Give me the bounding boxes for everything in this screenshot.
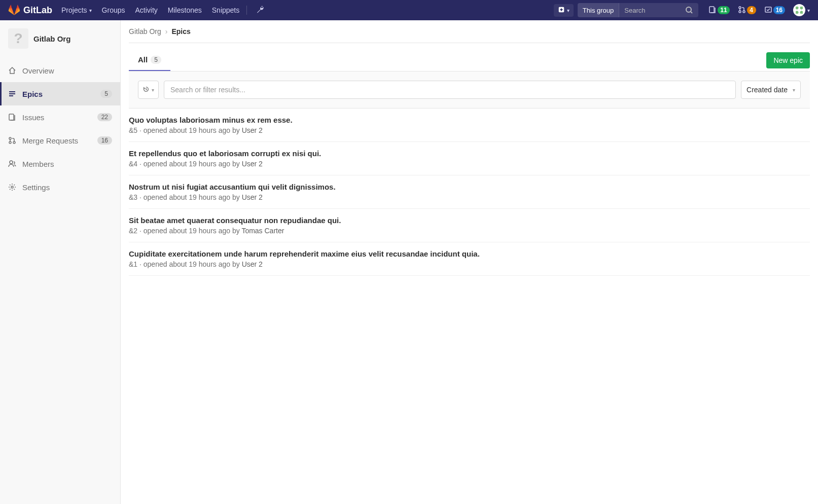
epic-meta: &3 · opened about 19 hours ago by User 2 <box>129 193 810 201</box>
breadcrumb-group[interactable]: Gitlab Org <box>129 27 161 35</box>
epic-opened-text: · opened about 19 hours ago by <box>137 193 242 201</box>
epic-title[interactable]: Cupiditate exercitationem unde harum rep… <box>129 249 810 258</box>
epic-icon <box>8 90 16 98</box>
filter-search-input[interactable] <box>164 81 736 99</box>
nav-search-input[interactable] <box>619 7 680 14</box>
epic-ref: &1 <box>129 260 137 268</box>
sidebar-badge: 22 <box>97 113 112 121</box>
nav-snippets[interactable]: Snippets <box>207 0 244 20</box>
gitlab-logo-link[interactable]: GitLab <box>8 4 52 17</box>
sidebar-item-label: Overview <box>22 66 112 75</box>
filter-history-button[interactable]: ▾ <box>138 81 159 99</box>
sidebar-item-issues[interactable]: Issues 22 <box>0 105 120 129</box>
nav-todos-link[interactable]: 16 <box>764 6 785 15</box>
home-icon <box>8 66 16 75</box>
nav-issues-link[interactable]: 11 <box>708 6 729 15</box>
gitlab-logo-text: GitLab <box>23 5 52 16</box>
epic-opened-text: · opened about 19 hours ago by <box>137 260 242 268</box>
chevron-down-icon: ▾ <box>152 87 154 93</box>
epic-author[interactable]: User 2 <box>242 126 263 134</box>
nav-search-scope[interactable]: This group <box>578 3 619 17</box>
search-icon[interactable] <box>680 6 698 14</box>
sidebar-item-label: Members <box>22 160 112 168</box>
nav-merge-requests-badge: 4 <box>747 6 756 14</box>
nav-todos-badge: 16 <box>773 6 785 14</box>
tabs-row: All 5 New epic <box>129 43 810 71</box>
chevron-down-icon: ▾ <box>567 8 570 13</box>
wrench-icon <box>256 6 264 15</box>
epic-meta: &5 · opened about 19 hours ago by User 2 <box>129 126 810 134</box>
epic-ref: &5 <box>129 126 137 134</box>
epic-author[interactable]: User 2 <box>242 160 263 168</box>
tab-all[interactable]: All 5 <box>129 49 170 71</box>
epic-item: Quo voluptas laboriosam minus ex rem ess… <box>129 109 810 142</box>
svg-point-9 <box>9 141 11 143</box>
svg-point-11 <box>10 161 13 164</box>
nav-projects[interactable]: Projects ▾ <box>56 0 97 20</box>
breadcrumb-current: Epics <box>171 27 190 35</box>
main-content: Gitlab Org › Epics All 5 New epic ▾ Crea… <box>121 20 818 504</box>
epic-list: Quo voluptas laboriosam minus ex rem ess… <box>129 109 810 276</box>
svg-point-5 <box>743 11 745 13</box>
top-navbar: GitLab Projects ▾ Groups Activity Milest… <box>0 0 818 20</box>
sidebar-item-label: Settings <box>22 183 112 192</box>
svg-point-12 <box>11 186 13 188</box>
nav-issues-badge: 11 <box>718 6 729 14</box>
nav-new-dropdown[interactable]: ▾ <box>554 4 574 17</box>
epic-author[interactable]: User 2 <box>242 260 263 268</box>
sidebar-item-epics[interactable]: Epics 5 <box>0 82 120 105</box>
nav-milestones-label: Milestones <box>168 6 202 14</box>
nav-milestones[interactable]: Milestones <box>163 0 207 20</box>
nav-groups-label: Groups <box>102 6 125 14</box>
gitlab-logo-icon <box>8 4 23 17</box>
epic-item: Cupiditate exercitationem unde harum rep… <box>129 242 810 276</box>
gear-icon <box>8 183 16 191</box>
sidebar-item-overview[interactable]: Overview <box>0 59 120 82</box>
new-epic-button[interactable]: New epic <box>766 52 810 68</box>
nav-admin-wrench[interactable] <box>251 0 269 20</box>
nav-user-menu[interactable]: ▾ <box>793 4 810 16</box>
issues-icon <box>708 6 717 15</box>
plus-icon <box>558 6 565 15</box>
tab-all-label: All <box>138 55 148 64</box>
nav-merge-requests-link[interactable]: 4 <box>738 6 756 15</box>
epic-opened-text: · opened about 19 hours ago by <box>137 126 242 134</box>
nav-activity[interactable]: Activity <box>130 0 163 20</box>
chevron-right-icon: › <box>165 27 168 35</box>
sort-dropdown-label: Created date <box>746 86 788 94</box>
svg-point-8 <box>9 137 11 139</box>
epic-meta: &2 · opened about 19 hours ago by Tomas … <box>129 227 810 235</box>
svg-point-3 <box>739 7 741 9</box>
sidebar-item-merge-requests[interactable]: Merge Requests 16 <box>0 129 120 152</box>
sort-dropdown[interactable]: Created date ▾ <box>741 81 801 99</box>
nav-separator <box>246 6 247 15</box>
epic-opened-text: · opened about 19 hours ago by <box>137 160 242 168</box>
nav-snippets-label: Snippets <box>212 6 239 14</box>
chevron-down-icon: ▾ <box>807 8 810 13</box>
epic-item: Nostrum ut nisi fugiat accusantium qui v… <box>129 175 810 209</box>
sidebar: ? Gitlab Org Overview Epics 5 Issues 22 <box>0 20 121 504</box>
sidebar-context[interactable]: ? Gitlab Org <box>0 23 120 54</box>
sidebar-item-settings[interactable]: Settings <box>0 175 120 199</box>
epic-opened-text: · opened about 19 hours ago by <box>137 227 241 235</box>
epic-title[interactable]: Quo voluptas laboriosam minus ex rem ess… <box>129 116 810 124</box>
epic-title[interactable]: Nostrum ut nisi fugiat accusantium qui v… <box>129 183 810 191</box>
epic-title[interactable]: Sit beatae amet quaerat consequatur non … <box>129 216 810 225</box>
epic-author[interactable]: User 2 <box>242 193 263 201</box>
nav-groups[interactable]: Groups <box>97 0 130 20</box>
epic-ref: &4 <box>129 160 137 168</box>
nav-activity-label: Activity <box>135 6 158 14</box>
epic-title[interactable]: Et repellendus quo et laboriosam corrupt… <box>129 149 810 158</box>
sidebar-item-members[interactable]: Members <box>0 152 120 175</box>
todos-icon <box>764 6 772 15</box>
epic-author[interactable]: Tomas Carter <box>241 227 284 235</box>
nav-search: This group <box>578 3 698 17</box>
history-icon <box>143 86 150 94</box>
epic-meta: &4 · opened about 19 hours ago by User 2 <box>129 160 810 168</box>
merge-request-icon <box>8 136 16 145</box>
chevron-down-icon: ▾ <box>793 87 795 93</box>
breadcrumb: Gitlab Org › Epics <box>129 20 810 43</box>
epic-ref: &2 <box>129 227 137 235</box>
merge-request-icon <box>738 6 746 15</box>
sidebar-item-label: Merge Requests <box>22 136 97 145</box>
